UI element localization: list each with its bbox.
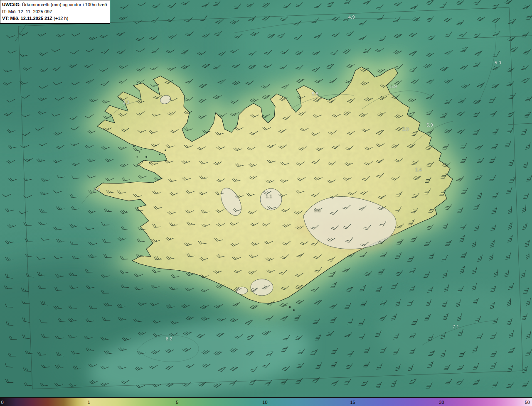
valid-time: VT: Mið. 12.11.2025 21Z (+12 h) (2, 15, 107, 22)
title-box: UWC/IG: Úrkomumætti (mm) og vindur í 100… (0, 0, 110, 24)
weather-map-viewport: 4.95.05.95.83.05.92.01.42.91.10.87.18.2 … (0, 0, 532, 406)
colorbar-tick: 5 (176, 400, 178, 405)
colorbar-tick: 15 (350, 400, 355, 405)
init-time: IT: Mið. 12. 11. 2025 09Z (2, 8, 107, 15)
colorbar-tick: 10 (262, 400, 267, 405)
colorbar-tick: 30 (439, 400, 444, 405)
product-title: UWC/IG: Úrkomumætti (mm) og vindur í 100… (2, 1, 107, 8)
weather-map-canvas (0, 0, 532, 406)
colorbar-tick: 1 (88, 400, 90, 405)
colorbar-tick: 50 (525, 400, 530, 405)
precipitation-colorbar: 01510153050 (0, 397, 532, 406)
colorbar-tick: 0 (1, 400, 4, 405)
